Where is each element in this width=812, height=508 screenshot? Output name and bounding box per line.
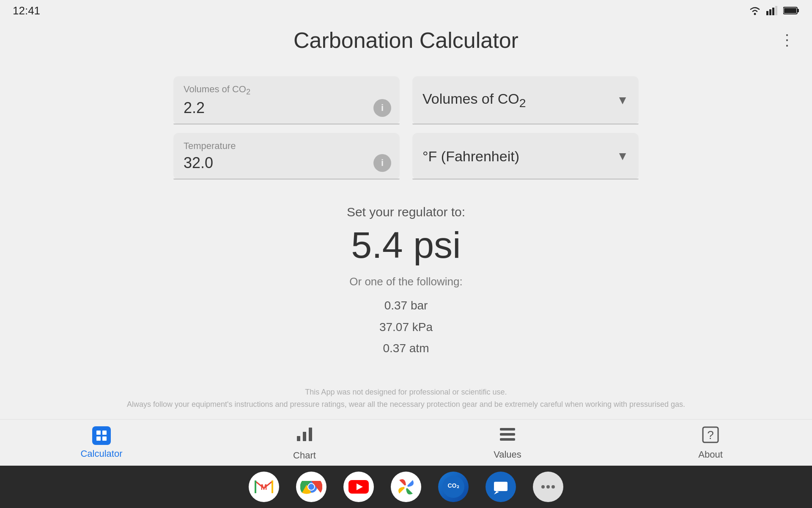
svg-rect-9 xyxy=(102,431,107,435)
menu-dots-icon: ⋮ xyxy=(779,33,794,48)
svg-rect-20 xyxy=(255,480,256,493)
svg-rect-6 xyxy=(797,9,799,12)
svg-point-26 xyxy=(308,484,314,490)
volumes-co2-dropdown-value: Volumes of CO2 xyxy=(422,91,617,110)
svg-rect-10 xyxy=(96,436,101,441)
temperature-underline xyxy=(173,179,400,179)
volumes-co2-dropdown-underline xyxy=(412,124,639,124)
disclaimer-line2: Always follow your equipment's instructi… xyxy=(0,398,812,411)
temperature-label: Temperature xyxy=(184,141,390,152)
volumes-co2-dropdown[interactable]: Volumes of CO2 ▼ xyxy=(412,76,639,124)
nav-item-about[interactable]: ? About xyxy=(609,421,812,464)
volumes-co2-input[interactable] xyxy=(184,99,348,117)
dock-gmail-icon[interactable]: M xyxy=(249,472,279,502)
svg-rect-34 xyxy=(494,482,508,491)
nav-label-calculator: Calculator xyxy=(80,448,122,459)
disclaimer-line1: This App was not designed for profession… xyxy=(0,386,812,398)
alt-values: 0.37 bar 37.07 kPa 0.37 atm xyxy=(347,295,465,359)
main-content: Volumes of CO2 i Volumes of CO2 ▼ Temper… xyxy=(0,59,812,419)
svg-rect-1 xyxy=(766,11,768,15)
svg-rect-2 xyxy=(769,9,771,15)
dock-youtube-icon[interactable] xyxy=(343,472,374,502)
svg-rect-17 xyxy=(500,438,515,441)
status-time: 12:41 xyxy=(13,4,40,17)
temperature-input[interactable] xyxy=(184,154,348,172)
nav-item-calculator[interactable]: Calculator xyxy=(0,422,203,464)
temperature-info-icon[interactable]: i xyxy=(373,154,391,172)
svg-point-37 xyxy=(541,485,545,489)
volumes-co2-info-icon[interactable]: i xyxy=(373,99,391,117)
volumes-co2-field[interactable]: Volumes of CO2 i xyxy=(173,76,400,124)
temperature-dropdown[interactable]: °F (Fahrenheit) ▼ xyxy=(412,133,639,179)
svg-point-30 xyxy=(404,485,408,489)
wifi-icon xyxy=(749,6,761,15)
temperature-dropdown-value: °F (Fahrenheit) xyxy=(422,148,617,165)
svg-rect-8 xyxy=(96,431,101,435)
nav-item-chart[interactable]: Chart xyxy=(203,420,406,465)
svg-point-39 xyxy=(551,485,555,489)
result-section: Set your regulator to: 5.4 psi Or one of… xyxy=(347,205,465,359)
svg-text:CO₂: CO₂ xyxy=(448,482,459,489)
volumes-co2-label: Volumes of CO2 xyxy=(184,84,390,97)
volumes-co2-chevron-down-icon: ▼ xyxy=(617,94,628,107)
disclaimer: This App was not designed for profession… xyxy=(0,386,812,411)
values-icon xyxy=(498,425,517,446)
svg-rect-11 xyxy=(102,436,107,441)
temperature-field[interactable]: Temperature i xyxy=(173,133,400,179)
chart-icon xyxy=(295,424,314,447)
nav-label-about: About xyxy=(698,449,723,460)
svg-rect-3 xyxy=(772,8,774,15)
svg-rect-13 xyxy=(303,432,306,441)
atm-value: 0.37 atm xyxy=(347,338,465,359)
svg-rect-12 xyxy=(297,436,300,441)
dock-pinwheel-icon[interactable] xyxy=(391,472,421,502)
svg-rect-14 xyxy=(309,428,312,441)
svg-point-38 xyxy=(546,485,550,489)
about-icon: ? xyxy=(701,425,720,446)
dock-co2-icon[interactable]: CO₂ xyxy=(438,472,469,502)
status-icons xyxy=(749,6,799,15)
svg-point-0 xyxy=(754,13,756,15)
calculator-icon xyxy=(92,426,111,445)
set-regulator-text: Set your regulator to: xyxy=(347,205,465,219)
bottom-nav: Calculator Chart Values ? xyxy=(0,419,812,466)
dock-chrome-icon[interactable] xyxy=(296,472,326,502)
nav-item-values[interactable]: Values xyxy=(406,421,609,464)
dock-more-icon[interactable] xyxy=(533,472,563,502)
svg-text:?: ? xyxy=(707,428,714,442)
status-bar: 12:41 xyxy=(0,0,812,21)
temperature-dropdown-underline xyxy=(412,179,639,179)
temperature-chevron-down-icon: ▼ xyxy=(617,149,628,163)
svg-text:M: M xyxy=(261,483,267,491)
svg-rect-21 xyxy=(272,480,273,493)
svg-rect-4 xyxy=(775,6,777,15)
kpa-value: 37.07 kPa xyxy=(347,317,465,338)
android-dock: M xyxy=(0,466,812,508)
bar-value: 0.37 bar xyxy=(347,295,465,316)
temperature-row: Temperature i °F (Fahrenheit) ▼ xyxy=(173,133,639,179)
svg-rect-15 xyxy=(500,428,515,431)
svg-rect-7 xyxy=(784,8,796,13)
nav-label-chart: Chart xyxy=(293,450,316,461)
app-header: Carbonation Calculator ⋮ xyxy=(0,21,812,59)
menu-button[interactable]: ⋮ xyxy=(774,28,799,53)
psi-value: 5.4 psi xyxy=(347,224,465,267)
or-text: Or one of the following: xyxy=(347,275,465,288)
battery-icon xyxy=(783,6,799,15)
svg-rect-16 xyxy=(500,433,515,436)
signal-icon xyxy=(766,6,778,15)
app-title: Carbonation Calculator xyxy=(294,28,518,53)
dock-messages-icon[interactable] xyxy=(486,472,516,502)
volumes-co2-underline xyxy=(173,124,400,124)
nav-label-values: Values xyxy=(494,449,521,460)
volume-row: Volumes of CO2 i Volumes of CO2 ▼ xyxy=(173,76,639,124)
